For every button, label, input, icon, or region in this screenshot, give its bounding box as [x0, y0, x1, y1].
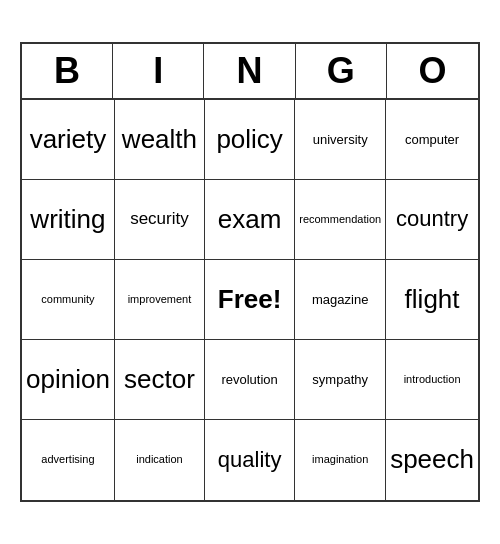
bingo-cell: wealth — [115, 100, 205, 180]
cell-text: computer — [405, 132, 459, 148]
bingo-cell: computer — [386, 100, 478, 180]
bingo-cell: indication — [115, 420, 205, 500]
bingo-cell: revolution — [205, 340, 295, 420]
cell-text: recommendation — [299, 213, 381, 226]
cell-text: introduction — [404, 373, 461, 386]
header-letter: B — [22, 44, 113, 98]
bingo-cell: imagination — [295, 420, 386, 500]
cell-text: flight — [405, 284, 460, 315]
bingo-cell: opinion — [22, 340, 115, 420]
header-letter: N — [204, 44, 295, 98]
header-letter: O — [387, 44, 478, 98]
cell-text: variety — [30, 124, 107, 155]
cell-text: sympathy — [312, 372, 368, 388]
bingo-cell: policy — [205, 100, 295, 180]
cell-text: writing — [30, 204, 105, 235]
cell-text: indication — [136, 453, 182, 466]
cell-text: country — [396, 206, 468, 232]
bingo-header: BINGO — [22, 44, 478, 100]
bingo-cell: exam — [205, 180, 295, 260]
cell-text: magazine — [312, 292, 368, 308]
bingo-cell: flight — [386, 260, 478, 340]
cell-text: quality — [218, 447, 282, 473]
cell-text: revolution — [221, 372, 277, 388]
bingo-cell: Free! — [205, 260, 295, 340]
bingo-cell: improvement — [115, 260, 205, 340]
header-letter: G — [296, 44, 387, 98]
bingo-cell: introduction — [386, 340, 478, 420]
bingo-cell: university — [295, 100, 386, 180]
bingo-cell: speech — [386, 420, 478, 500]
bingo-cell: sector — [115, 340, 205, 420]
bingo-cell: community — [22, 260, 115, 340]
bingo-cell: sympathy — [295, 340, 386, 420]
cell-text: Free! — [218, 284, 282, 315]
bingo-card: BINGO varietywealthpolicyuniversitycompu… — [20, 42, 480, 502]
bingo-cell: variety — [22, 100, 115, 180]
cell-text: speech — [390, 444, 474, 475]
bingo-cell: advertising — [22, 420, 115, 500]
header-letter: I — [113, 44, 204, 98]
bingo-cell: recommendation — [295, 180, 386, 260]
bingo-cell: magazine — [295, 260, 386, 340]
bingo-grid: varietywealthpolicyuniversitycomputerwri… — [22, 100, 478, 500]
cell-text: improvement — [128, 293, 192, 306]
cell-text: policy — [216, 124, 282, 155]
cell-text: opinion — [26, 364, 110, 395]
cell-text: security — [130, 209, 189, 229]
bingo-cell: country — [386, 180, 478, 260]
cell-text: advertising — [41, 453, 94, 466]
cell-text: community — [41, 293, 94, 306]
cell-text: imagination — [312, 453, 368, 466]
bingo-cell: security — [115, 180, 205, 260]
bingo-cell: quality — [205, 420, 295, 500]
cell-text: university — [313, 132, 368, 148]
cell-text: sector — [124, 364, 195, 395]
bingo-cell: writing — [22, 180, 115, 260]
cell-text: wealth — [122, 124, 197, 155]
cell-text: exam — [218, 204, 282, 235]
